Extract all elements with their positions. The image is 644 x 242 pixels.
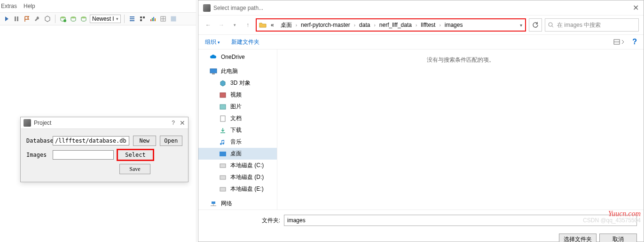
import-mode-combo[interactable]: Newest I▾ [90, 15, 121, 23]
svg-rect-5 [143, 16, 145, 18]
recent-dropdown-icon[interactable]: ▾ [229, 20, 240, 30]
monitor-icon [210, 68, 217, 75]
breadcrumb-item[interactable]: images [442, 21, 466, 29]
view-mode-button[interactable] [613, 38, 626, 46]
svg-point-13 [549, 23, 552, 26]
nav-tree[interactable]: OneDrive 此电脑 3D 对象 视频 图片 文档 下载 音乐 桌面 本地磁… [198, 49, 277, 210]
download-icon [219, 127, 227, 134]
breadcrumb-item[interactable]: 桌面 [278, 20, 295, 30]
cube-icon[interactable] [43, 15, 52, 23]
film-icon [219, 91, 227, 99]
new-button[interactable]: New [133, 136, 156, 146]
tree-label: 此电脑 [221, 67, 238, 75]
tree-downloads[interactable]: 下载 [198, 124, 277, 136]
breadcrumb-bar[interactable]: « 桌面› nerf-pytorch-master› data› nerf_ll… [256, 18, 526, 32]
folder-label: 文件夹: [257, 217, 280, 225]
close-icon[interactable]: ✕ [633, 3, 639, 12]
new-folder-button[interactable]: 新建文件夹 [231, 38, 259, 46]
bars-icon[interactable] [149, 15, 157, 23]
menu-help[interactable]: Help [24, 3, 35, 9]
pause-icon[interactable] [12, 15, 21, 23]
project-titlebar: Project ? ✕ [21, 117, 188, 129]
disk-icon [219, 162, 227, 169]
select-folder-button[interactable]: 选择文件夹 [559, 234, 597, 242]
wrench-icon[interactable] [33, 15, 41, 23]
chevron-right-icon: › [296, 23, 297, 28]
tree-3d-objects[interactable]: 3D 对象 [198, 77, 277, 89]
forward-icon[interactable]: → [216, 20, 227, 30]
tree-label: 本地磁盘 (D:) [230, 173, 264, 181]
chevron-right-icon: › [416, 23, 417, 28]
project-title: Project [34, 120, 172, 126]
open-button[interactable]: Open [160, 136, 183, 146]
tree-network[interactable]: 网络 [198, 198, 277, 210]
cancel-button[interactable]: 取消 [599, 234, 637, 242]
play-start-icon[interactable] [2, 15, 10, 23]
folder-input[interactable] [284, 215, 637, 226]
svg-rect-9 [153, 17, 154, 21]
svg-rect-8 [152, 18, 153, 21]
tree-desktop[interactable]: 桌面 [198, 148, 277, 160]
chevron-right-icon: › [354, 23, 355, 28]
tree-disk-e[interactable]: 本地磁盘 (E:) [198, 183, 277, 195]
breadcrumb-item[interactable]: nerf_llff_data [377, 21, 415, 29]
tree-disk-c[interactable]: 本地磁盘 (C:) [198, 160, 277, 171]
grid-icon[interactable] [159, 15, 167, 23]
tree-label: 图片 [230, 103, 242, 111]
help-icon[interactable]: ? [632, 38, 637, 46]
svg-rect-19 [220, 116, 225, 121]
images-input[interactable] [53, 150, 114, 160]
file-dialog-titlebar: Select image path... ✕ [198, 0, 644, 16]
empty-message: 没有与搜索条件匹配的项。 [427, 56, 495, 64]
menu-extras[interactable]: Extras [1, 3, 17, 9]
save-button[interactable]: Save [119, 164, 150, 174]
db-down-icon[interactable] [69, 15, 78, 23]
tree-label: 3D 对象 [230, 79, 251, 87]
svg-rect-16 [212, 73, 215, 74]
breadcrumb-item[interactable]: llfftest [418, 21, 438, 29]
tree-label: OneDrive [221, 54, 245, 60]
chevron-down-icon[interactable]: ▾ [520, 23, 522, 28]
search-input[interactable]: 在 images 中搜索 [545, 18, 639, 32]
qr-icon[interactable] [138, 15, 147, 23]
separator [55, 15, 55, 23]
refresh-button[interactable] [529, 18, 542, 32]
breadcrumb-overflow[interactable]: « [268, 21, 277, 29]
disk-icon [219, 186, 227, 193]
db-add-icon[interactable] [59, 15, 67, 23]
svg-rect-6 [140, 19, 142, 21]
tree-label: 下载 [230, 126, 242, 134]
images-label: Images [26, 152, 53, 158]
tree-documents[interactable]: 文档 [198, 113, 277, 124]
help-icon[interactable]: ? [172, 120, 175, 126]
up-icon[interactable]: ↑ [243, 20, 253, 30]
tree-videos[interactable]: 视频 [198, 89, 277, 101]
tree-onedrive[interactable]: OneDrive [198, 51, 277, 63]
svg-rect-18 [220, 105, 226, 109]
tree-label: 音乐 [230, 138, 242, 146]
tree-thispc[interactable]: 此电脑 [198, 65, 277, 77]
tree-pictures[interactable]: 图片 [198, 101, 277, 113]
tree-music[interactable]: 音乐 [198, 136, 277, 148]
disk-icon [219, 174, 227, 181]
window-icon[interactable] [169, 15, 178, 23]
flag-icon[interactable] [23, 15, 31, 23]
db-edit-icon[interactable] [79, 15, 88, 23]
file-dialog-title: Select image path... [213, 5, 633, 11]
database-label: Database [26, 137, 53, 144]
breadcrumb-item[interactable]: data [356, 21, 373, 29]
svg-rect-23 [220, 187, 226, 191]
chevron-right-icon: › [439, 23, 440, 28]
main-toolbar: Newest I▾ [0, 12, 196, 25]
breadcrumb-item[interactable]: nerf-pytorch-master [298, 21, 353, 29]
select-button[interactable]: Select [118, 150, 153, 160]
tree-label: 本地磁盘 (C:) [230, 161, 264, 169]
app-logo-icon [203, 4, 211, 12]
close-icon[interactable]: ✕ [180, 119, 185, 127]
organize-menu[interactable]: 组织 ▾ [205, 38, 220, 46]
svg-rect-4 [140, 16, 142, 18]
back-icon[interactable]: ← [203, 20, 213, 30]
tree-disk-d[interactable]: 本地磁盘 (D:) [198, 171, 277, 183]
database-input[interactable] [53, 136, 129, 145]
list-icon[interactable] [128, 15, 136, 23]
